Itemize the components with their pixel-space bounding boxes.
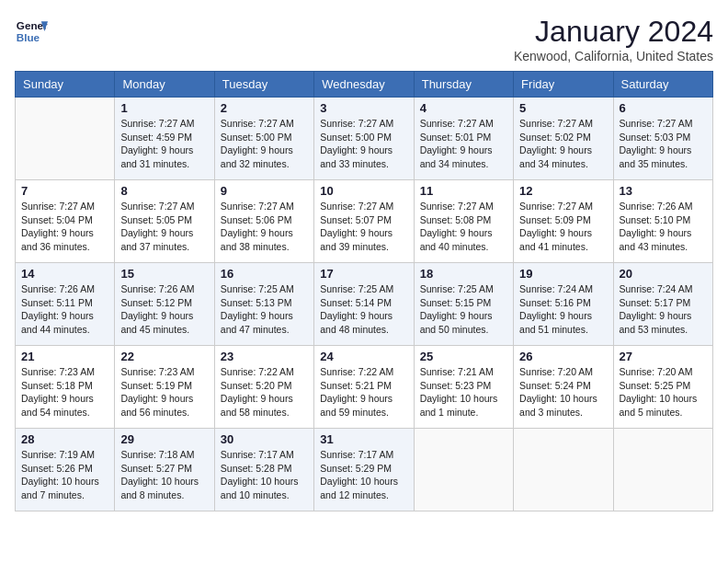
calendar-cell: 16Sunrise: 7:25 AM Sunset: 5:13 PM Dayli… (214, 263, 313, 346)
day-number: 29 (120, 432, 208, 446)
day-number: 15 (120, 267, 208, 281)
day-info: Sunrise: 7:24 AM Sunset: 5:17 PM Dayligh… (620, 282, 707, 337)
calendar-week-row: 1Sunrise: 7:27 AM Sunset: 4:59 PM Daylig… (16, 98, 713, 180)
calendar-cell: 24Sunrise: 7:22 AM Sunset: 5:21 PM Dayli… (314, 346, 414, 429)
logo: General Blue (15, 15, 48, 48)
calendar-cell: 5Sunrise: 7:27 AM Sunset: 5:02 PM Daylig… (514, 98, 613, 180)
day-info: Sunrise: 7:27 AM Sunset: 5:01 PM Dayligh… (420, 117, 507, 171)
day-info: Sunrise: 7:27 AM Sunset: 5:04 PM Dayligh… (21, 200, 108, 254)
day-info: Sunrise: 7:21 AM Sunset: 5:23 PM Dayligh… (420, 365, 507, 419)
calendar-cell: 10Sunrise: 7:27 AM Sunset: 5:07 PM Dayli… (314, 180, 414, 263)
day-info: Sunrise: 7:23 AM Sunset: 5:18 PM Dayligh… (21, 365, 108, 419)
calendar-cell: 17Sunrise: 7:25 AM Sunset: 5:14 PM Dayli… (314, 263, 414, 346)
weekday-header-tuesday: Tuesday (214, 72, 313, 98)
day-info: Sunrise: 7:27 AM Sunset: 5:00 PM Dayligh… (320, 117, 407, 171)
calendar-cell: 12Sunrise: 7:27 AM Sunset: 5:09 PM Dayli… (514, 180, 613, 263)
day-info: Sunrise: 7:27 AM Sunset: 5:00 PM Dayligh… (221, 117, 308, 171)
day-number: 13 (620, 184, 707, 198)
day-number: 18 (420, 267, 507, 281)
calendar-cell: 9Sunrise: 7:27 AM Sunset: 5:06 PM Daylig… (214, 180, 313, 263)
day-number: 20 (620, 267, 707, 281)
day-info: Sunrise: 7:26 AM Sunset: 5:10 PM Dayligh… (620, 200, 707, 254)
day-number: 3 (320, 101, 407, 115)
calendar-cell: 18Sunrise: 7:25 AM Sunset: 5:15 PM Dayli… (414, 263, 513, 346)
title-section: January 2024 Kenwood, California, United… (514, 15, 713, 63)
weekday-header-thursday: Thursday (414, 72, 513, 98)
calendar-cell: 28Sunrise: 7:19 AM Sunset: 5:26 PM Dayli… (16, 429, 115, 511)
day-number: 26 (519, 350, 607, 363)
day-number: 17 (320, 267, 407, 281)
weekday-header-monday: Monday (115, 72, 214, 98)
calendar-week-row: 28Sunrise: 7:19 AM Sunset: 5:26 PM Dayli… (16, 429, 713, 511)
day-info: Sunrise: 7:27 AM Sunset: 5:02 PM Dayligh… (519, 117, 607, 171)
day-number: 4 (420, 101, 507, 115)
weekday-header-saturday: Saturday (613, 72, 712, 98)
weekday-header-wednesday: Wednesday (314, 72, 414, 98)
calendar-cell: 6Sunrise: 7:27 AM Sunset: 5:03 PM Daylig… (613, 98, 712, 180)
day-number: 25 (420, 350, 507, 363)
day-info: Sunrise: 7:27 AM Sunset: 5:08 PM Dayligh… (420, 200, 507, 254)
calendar-cell: 23Sunrise: 7:22 AM Sunset: 5:20 PM Dayli… (214, 346, 313, 429)
calendar-cell: 30Sunrise: 7:17 AM Sunset: 5:28 PM Dayli… (214, 429, 313, 511)
calendar-cell: 14Sunrise: 7:26 AM Sunset: 5:11 PM Dayli… (16, 263, 115, 346)
svg-text:Blue: Blue (17, 31, 40, 43)
day-info: Sunrise: 7:25 AM Sunset: 5:14 PM Dayligh… (320, 282, 407, 337)
day-number: 14 (21, 267, 108, 281)
logo-icon: General Blue (15, 15, 48, 48)
day-number: 6 (620, 101, 707, 115)
day-info: Sunrise: 7:25 AM Sunset: 5:13 PM Dayligh… (221, 282, 308, 337)
calendar-subtitle: Kenwood, California, United States (514, 49, 713, 63)
calendar-cell: 29Sunrise: 7:18 AM Sunset: 5:27 PM Dayli… (115, 429, 214, 511)
calendar-week-row: 7Sunrise: 7:27 AM Sunset: 5:04 PM Daylig… (16, 180, 713, 263)
calendar-cell (613, 429, 712, 511)
day-info: Sunrise: 7:19 AM Sunset: 5:26 PM Dayligh… (21, 448, 108, 502)
day-info: Sunrise: 7:20 AM Sunset: 5:25 PM Dayligh… (620, 365, 707, 419)
day-info: Sunrise: 7:17 AM Sunset: 5:29 PM Dayligh… (320, 448, 407, 502)
calendar-cell: 8Sunrise: 7:27 AM Sunset: 5:05 PM Daylig… (115, 180, 214, 263)
calendar-cell: 21Sunrise: 7:23 AM Sunset: 5:18 PM Dayli… (16, 346, 115, 429)
calendar-cell: 31Sunrise: 7:17 AM Sunset: 5:29 PM Dayli… (314, 429, 414, 511)
calendar-cell (16, 98, 115, 180)
weekday-header-friday: Friday (514, 72, 613, 98)
day-number: 30 (221, 432, 308, 446)
day-number: 16 (221, 267, 308, 281)
day-number: 24 (320, 350, 407, 363)
day-number: 8 (120, 184, 208, 198)
day-number: 7 (21, 184, 108, 198)
day-number: 21 (21, 350, 108, 363)
calendar-title: January 2024 (514, 15, 713, 49)
day-info: Sunrise: 7:17 AM Sunset: 5:28 PM Dayligh… (221, 448, 308, 502)
day-info: Sunrise: 7:27 AM Sunset: 5:06 PM Dayligh… (221, 200, 308, 254)
day-number: 11 (420, 184, 507, 198)
day-number: 31 (320, 432, 407, 446)
day-number: 28 (21, 432, 108, 446)
calendar-table: SundayMondayTuesdayWednesdayThursdayFrid… (15, 71, 713, 511)
day-number: 23 (221, 350, 308, 363)
calendar-cell: 26Sunrise: 7:20 AM Sunset: 5:24 PM Dayli… (514, 346, 613, 429)
weekday-header-row: SundayMondayTuesdayWednesdayThursdayFrid… (16, 72, 713, 98)
calendar-cell (514, 429, 613, 511)
calendar-cell: 3Sunrise: 7:27 AM Sunset: 5:00 PM Daylig… (314, 98, 414, 180)
day-number: 5 (519, 101, 607, 115)
day-number: 27 (620, 350, 707, 363)
day-info: Sunrise: 7:22 AM Sunset: 5:21 PM Dayligh… (320, 365, 407, 419)
day-number: 19 (519, 267, 607, 281)
day-number: 22 (120, 350, 208, 363)
day-info: Sunrise: 7:25 AM Sunset: 5:15 PM Dayligh… (420, 282, 507, 337)
day-number: 1 (120, 101, 208, 115)
calendar-cell: 1Sunrise: 7:27 AM Sunset: 4:59 PM Daylig… (115, 98, 214, 180)
day-info: Sunrise: 7:24 AM Sunset: 5:16 PM Dayligh… (519, 282, 607, 337)
weekday-header-sunday: Sunday (16, 72, 115, 98)
calendar-week-row: 21Sunrise: 7:23 AM Sunset: 5:18 PM Dayli… (16, 346, 713, 429)
day-info: Sunrise: 7:27 AM Sunset: 5:03 PM Dayligh… (620, 117, 707, 171)
calendar-cell: 19Sunrise: 7:24 AM Sunset: 5:16 PM Dayli… (514, 263, 613, 346)
calendar-cell: 22Sunrise: 7:23 AM Sunset: 5:19 PM Dayli… (115, 346, 214, 429)
calendar-cell: 20Sunrise: 7:24 AM Sunset: 5:17 PM Dayli… (613, 263, 712, 346)
day-info: Sunrise: 7:27 AM Sunset: 5:05 PM Dayligh… (120, 200, 208, 254)
day-info: Sunrise: 7:26 AM Sunset: 5:11 PM Dayligh… (21, 282, 108, 337)
calendar-week-row: 14Sunrise: 7:26 AM Sunset: 5:11 PM Dayli… (16, 263, 713, 346)
day-number: 9 (221, 184, 308, 198)
day-info: Sunrise: 7:20 AM Sunset: 5:24 PM Dayligh… (519, 365, 607, 419)
day-number: 2 (221, 101, 308, 115)
day-info: Sunrise: 7:26 AM Sunset: 5:12 PM Dayligh… (120, 282, 208, 337)
